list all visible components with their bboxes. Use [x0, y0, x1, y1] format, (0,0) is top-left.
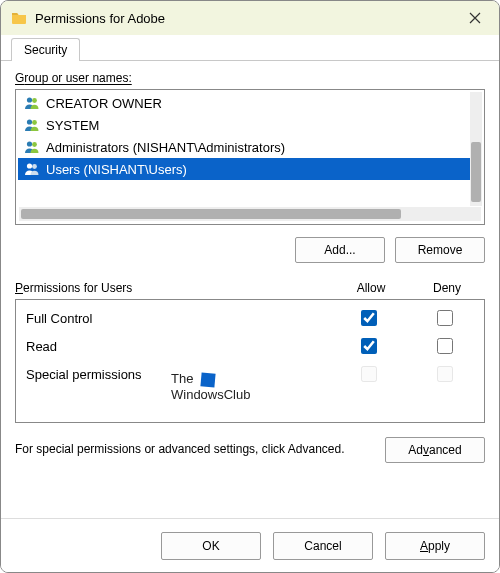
advanced-text: For special permissions or advanced sett… — [15, 442, 375, 458]
group-list[interactable]: CREATOR OWNERSYSTEMAdministrators (NISHA… — [18, 92, 482, 207]
deny-checkbox[interactable] — [437, 310, 453, 326]
group-list-box: CREATOR OWNERSYSTEMAdministrators (NISHA… — [15, 89, 485, 225]
vertical-scrollbar[interactable] — [470, 92, 482, 206]
users-icon — [24, 117, 40, 133]
permissions-dialog: Permissions for Adobe Security Group or … — [0, 0, 500, 573]
svg-point-2 — [27, 119, 32, 124]
deny-column-header: Deny — [409, 281, 485, 295]
permission-name: Special permissions — [26, 367, 330, 382]
permission-name: Read — [26, 339, 330, 354]
dialog-content: Group or user names: CREATOR OWNERSYSTEM… — [1, 61, 499, 518]
group-buttons-row: Add... Remove — [15, 237, 485, 263]
folder-icon — [11, 10, 27, 26]
tab-security[interactable]: Security — [11, 38, 80, 61]
allow-checkbox[interactable] — [361, 310, 377, 326]
dialog-footer: OK Cancel Apply — [1, 518, 499, 572]
tab-strip: Security — [1, 35, 499, 61]
group-item-label: Users (NISHANT\Users) — [46, 162, 187, 177]
svg-point-1 — [32, 98, 37, 103]
add-button[interactable]: Add... — [295, 237, 385, 263]
group-names-label: Group or user names: — [15, 71, 485, 85]
svg-point-7 — [32, 164, 37, 169]
svg-point-5 — [32, 142, 37, 147]
group-item-label: SYSTEM — [46, 118, 99, 133]
permission-row: Full Control — [18, 304, 482, 332]
remove-button[interactable]: Remove — [395, 237, 485, 263]
group-item[interactable]: CREATOR OWNER — [18, 92, 482, 114]
svg-point-3 — [32, 120, 37, 125]
users-icon — [24, 139, 40, 155]
group-item[interactable]: SYSTEM — [18, 114, 482, 136]
allow-checkbox — [361, 366, 377, 382]
horizontal-scrollbar[interactable] — [19, 207, 481, 221]
permission-name: Full Control — [26, 311, 330, 326]
ok-button[interactable]: OK — [161, 532, 261, 560]
svg-point-0 — [27, 97, 32, 102]
close-icon — [469, 12, 481, 24]
deny-checkbox[interactable] — [437, 338, 453, 354]
allow-column-header: Allow — [333, 281, 409, 295]
deny-checkbox — [437, 366, 453, 382]
group-item-label: CREATOR OWNER — [46, 96, 162, 111]
group-item[interactable]: Users (NISHANT\Users) — [18, 158, 482, 180]
scrollbar-thumb[interactable] — [21, 209, 401, 219]
users-icon — [24, 95, 40, 111]
svg-point-4 — [27, 141, 32, 146]
cancel-button[interactable]: Cancel — [273, 532, 373, 560]
permission-row: Read — [18, 332, 482, 360]
scrollbar-thumb[interactable] — [471, 142, 481, 202]
titlebar: Permissions for Adobe — [1, 1, 499, 35]
users-icon — [24, 161, 40, 177]
advanced-button[interactable]: Advanced — [385, 437, 485, 463]
permissions-list-box: Full ControlReadSpecial permissions — [15, 299, 485, 423]
svg-point-6 — [27, 163, 32, 168]
allow-checkbox[interactable] — [361, 338, 377, 354]
group-item-label: Administrators (NISHANT\Administrators) — [46, 140, 285, 155]
close-button[interactable] — [461, 4, 489, 32]
window-title: Permissions for Adobe — [35, 11, 453, 26]
group-item[interactable]: Administrators (NISHANT\Administrators) — [18, 136, 482, 158]
advanced-row: For special permissions or advanced sett… — [15, 437, 485, 463]
permissions-for-label: Permissions for Users — [15, 281, 333, 295]
permission-row: Special permissions — [18, 360, 482, 388]
apply-button[interactable]: Apply — [385, 532, 485, 560]
permissions-header: Permissions for Users Allow Deny — [15, 281, 485, 295]
